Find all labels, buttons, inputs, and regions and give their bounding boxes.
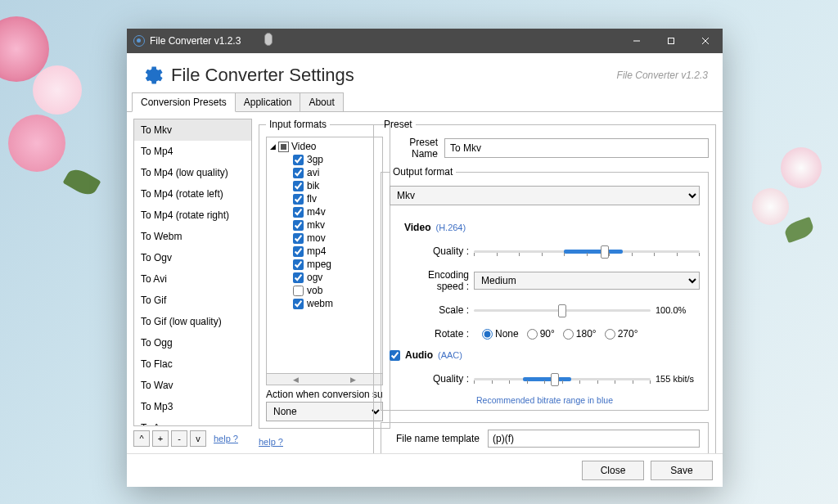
format-checkbox[interactable] — [293, 220, 304, 231]
rotate-270-radio[interactable] — [605, 329, 615, 340]
video-root-checkbox[interactable] — [278, 142, 289, 152]
rotate-none-radio[interactable] — [482, 329, 493, 340]
preset-item[interactable]: To Gif (low quality) — [134, 311, 251, 332]
rotate-90-radio[interactable] — [527, 329, 538, 340]
format-checkbox[interactable] — [293, 207, 304, 218]
encoding-speed-select[interactable]: Medium — [474, 272, 700, 290]
preset-item[interactable]: To Mp4 (low quality) — [134, 162, 251, 183]
format-item[interactable]: avi — [293, 167, 379, 178]
rotate-180-radio[interactable] — [563, 329, 574, 340]
format-item[interactable]: webm — [293, 298, 379, 309]
format-checkbox[interactable] — [293, 168, 304, 178]
tab-conversion-presets[interactable]: Conversion Presets — [132, 92, 236, 112]
video-codec-label: (H.264) — [435, 223, 466, 232]
scroll-left-icon[interactable]: ◀ — [267, 374, 324, 385]
window-title: File Converter v1.2.3 — [150, 35, 619, 47]
preset-move-up-button[interactable]: ^ — [133, 430, 150, 447]
template-input[interactable] — [488, 430, 700, 448]
format-label: ogv — [307, 272, 322, 283]
audio-enabled-checkbox[interactable] — [390, 350, 400, 361]
output-format-legend: Output format — [390, 166, 456, 178]
preset-remove-button[interactable]: - — [171, 430, 187, 447]
tab-application[interactable]: Application — [235, 92, 301, 112]
titlebar[interactable]: File Converter v1.2.3 — [127, 29, 723, 53]
rotate-label: Rotate : — [404, 328, 474, 340]
format-item[interactable]: mkv — [293, 219, 379, 231]
format-checkbox[interactable] — [293, 155, 304, 165]
tab-about[interactable]: About — [300, 92, 343, 112]
preset-item[interactable]: To Mp4 (rotate left) — [134, 183, 251, 205]
save-button[interactable]: Save — [651, 461, 713, 480]
format-checkbox[interactable] — [293, 233, 304, 244]
video-quality-slider[interactable] — [474, 243, 700, 259]
format-item[interactable]: ogv — [293, 272, 379, 283]
preset-move-down-button[interactable]: v — [190, 430, 206, 447]
collapse-icon[interactable]: ◢ — [270, 142, 276, 151]
format-label: bik — [307, 180, 319, 191]
minimize-button[interactable] — [619, 29, 654, 53]
preset-item[interactable]: To Mp4 — [134, 141, 251, 162]
input-formats-fieldset: Input formats ◢ Video 3gpavibikflvm4vmkv… — [259, 119, 390, 429]
close-dialog-button[interactable]: Close — [582, 461, 644, 480]
recommended-text: Recommended bitrate range in blue — [390, 395, 700, 405]
tabstrip: Conversion Presets Application About — [127, 92, 723, 112]
format-label: mkv — [307, 219, 325, 231]
preset-list[interactable]: To MkvTo Mp4To Mp4 (low quality)To Mp4 (… — [133, 119, 252, 426]
preset-item[interactable]: To Avi — [134, 268, 251, 290]
format-item[interactable]: mp4 — [293, 245, 379, 257]
scale-label: Scale : — [404, 304, 474, 316]
app-window: File Converter v1.2.3 File Converter Set… — [127, 29, 723, 487]
tree-scrollbar[interactable]: ◀ ▶ — [266, 374, 383, 385]
video-section-label: Video — [404, 222, 430, 233]
preset-item[interactable]: To Mp4 (rotate right) — [134, 205, 251, 226]
preset-legend: Preset — [381, 119, 416, 130]
output-format-select[interactable]: Mkv — [390, 186, 700, 205]
format-checkbox[interactable] — [293, 259, 304, 270]
preset-item[interactable]: To Webm — [134, 226, 251, 247]
preset-item[interactable]: To Mp3 — [134, 396, 251, 417]
preset-help-link[interactable]: help ? — [214, 434, 238, 443]
maximize-button[interactable] — [654, 29, 688, 53]
format-label: flv — [307, 193, 317, 205]
format-label: mpeg — [307, 259, 331, 270]
format-item[interactable]: m4v — [293, 206, 379, 218]
preset-add-button[interactable]: + — [152, 430, 169, 447]
preset-name-label: Preset Name — [381, 137, 444, 160]
format-checkbox[interactable] — [293, 286, 304, 296]
format-checkbox[interactable] — [293, 272, 304, 283]
scale-slider[interactable] — [474, 302, 651, 318]
format-label: mov — [307, 232, 326, 244]
page-title: File Converter Settings — [171, 65, 617, 86]
close-button[interactable] — [688, 29, 723, 53]
preset-item[interactable]: To Aac — [134, 417, 251, 426]
audio-section-label: Audio — [405, 349, 433, 361]
format-item[interactable]: 3gp — [293, 154, 379, 165]
input-formats-tree[interactable]: ◢ Video 3gpavibikflvm4vmkvmovmp4mpegogvv… — [266, 137, 383, 374]
format-item[interactable]: mpeg — [293, 259, 379, 270]
format-checkbox[interactable] — [293, 181, 304, 191]
audio-codec-label: (AAC) — [438, 350, 462, 360]
preset-item[interactable]: To Ogg — [134, 332, 251, 353]
format-item[interactable]: flv — [293, 193, 379, 205]
preset-item[interactable]: To Flac — [134, 353, 251, 375]
input-help-link[interactable]: help ? — [259, 437, 283, 447]
action-label: Action when conversion su — [266, 389, 383, 400]
audio-quality-value: 155 kbit/s — [651, 374, 700, 384]
format-checkbox[interactable] — [293, 246, 304, 257]
preset-name-input[interactable] — [444, 138, 709, 158]
format-label: m4v — [307, 206, 326, 218]
preset-item[interactable]: To Gif — [134, 290, 251, 311]
format-checkbox[interactable] — [293, 194, 304, 205]
action-select[interactable]: None — [266, 402, 383, 421]
preset-item[interactable]: To Mkv — [134, 119, 251, 141]
format-item[interactable]: vob — [293, 285, 379, 296]
output-format-fieldset: Output format Mkv Video (H.264) Quality … — [381, 166, 709, 411]
format-checkbox[interactable] — [293, 299, 304, 309]
format-item[interactable]: mov — [293, 232, 379, 244]
audio-quality-slider[interactable] — [474, 371, 651, 387]
format-label: 3gp — [307, 154, 323, 165]
preset-item[interactable]: To Ogv — [134, 247, 251, 268]
format-label: avi — [307, 167, 319, 178]
format-item[interactable]: bik — [293, 180, 379, 191]
preset-item[interactable]: To Wav — [134, 375, 251, 396]
